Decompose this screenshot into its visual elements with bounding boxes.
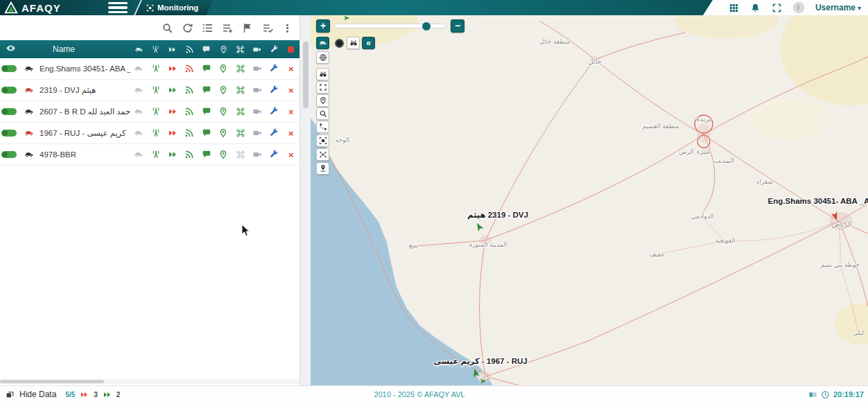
signal-status-icon[interactable] — [184, 128, 194, 138]
settings-wrench-icon[interactable] — [269, 85, 279, 95]
zoom-in-button[interactable]: + — [316, 19, 330, 33]
vehicle-row[interactable]: 2319 - DVJ هيثم × — [0, 80, 300, 101]
ignition-status-icon[interactable] — [134, 128, 144, 138]
search-icon[interactable] — [162, 22, 173, 34]
camera-icon[interactable] — [252, 128, 262, 138]
zoom-slider-track[interactable] — [334, 24, 446, 28]
network-status-icon[interactable] — [151, 64, 161, 73]
stop-column-icon[interactable] — [288, 46, 294, 53]
ignition-status-icon[interactable] — [134, 64, 144, 73]
forward-status-icon[interactable] — [168, 107, 177, 116]
list-check-icon[interactable] — [262, 22, 274, 34]
vehicle-row[interactable]: Eng.Shams 30451- ABA _ × — [0, 58, 300, 80]
visibility-toggle[interactable] — [1, 65, 17, 72]
network-status-icon[interactable] — [151, 150, 161, 159]
labels-toggle-button[interactable] — [347, 37, 360, 49]
remove-icon[interactable]: × — [288, 107, 294, 117]
traffic-layer-button[interactable] — [316, 37, 329, 49]
locate-icon[interactable] — [218, 64, 228, 73]
vehicle-marker-icon[interactable] — [471, 368, 481, 378]
vehicle-marker-icon[interactable] — [474, 222, 485, 232]
refresh-icon[interactable] — [182, 22, 193, 34]
messages-icon[interactable] — [202, 150, 211, 159]
signal-status-icon[interactable] — [184, 64, 194, 73]
cluster-button[interactable] — [316, 148, 329, 161]
forward-status-icon[interactable] — [168, 85, 177, 95]
signal-status-icon[interactable] — [184, 107, 194, 116]
tracking-button[interactable] — [316, 68, 329, 80]
signal-status-icon[interactable] — [184, 150, 194, 159]
hide-data-button[interactable]: Hide Data — [19, 390, 56, 399]
messages-column-icon[interactable] — [202, 45, 211, 54]
map-search-button[interactable] — [316, 107, 329, 120]
ignition-column-icon[interactable] — [134, 45, 144, 54]
camera-icon[interactable] — [252, 85, 262, 95]
visibility-toggle[interactable] — [1, 130, 17, 137]
route-button[interactable] — [316, 121, 329, 133]
engine-command-icon[interactable] — [236, 107, 245, 116]
network-status-icon[interactable] — [151, 85, 161, 95]
ignition-status-icon[interactable] — [134, 150, 144, 159]
network-status-icon[interactable] — [151, 128, 161, 138]
settings-column-icon[interactable] — [270, 45, 279, 54]
fit-bounds-button[interactable] — [316, 81, 329, 94]
settings-wrench-icon[interactable] — [269, 128, 279, 138]
camera-icon[interactable] — [252, 64, 262, 73]
hamburger-menu-icon[interactable] — [108, 2, 128, 13]
remove-icon[interactable]: × — [288, 85, 294, 96]
engine-command-icon[interactable] — [236, 85, 245, 95]
locate-icon[interactable] — [218, 150, 228, 159]
network-column-icon[interactable] — [151, 45, 160, 54]
engine-command-icon[interactable] — [236, 150, 245, 159]
vehicle-row[interactable]: 2607 - B R D أحمد العبد لله × — [0, 101, 300, 123]
locate-icon[interactable] — [218, 107, 228, 116]
locate-icon[interactable] — [218, 85, 228, 95]
add-to-list-icon[interactable] — [222, 22, 234, 34]
ignition-status-icon[interactable] — [134, 85, 144, 95]
geofence-button[interactable] — [316, 162, 329, 175]
basemap-globe-button[interactable] — [316, 51, 329, 64]
vertical-scrollbar[interactable] — [300, 15, 311, 385]
signal-status-icon[interactable] — [184, 85, 194, 95]
flag-icon[interactable] — [242, 22, 254, 34]
forward-status-icon[interactable] — [168, 128, 177, 138]
keyboard-layout-icon[interactable] — [808, 390, 817, 399]
remove-icon[interactable]: × — [288, 128, 294, 139]
vehicle-marker-icon[interactable] — [480, 378, 487, 385]
visibility-toggle[interactable] — [1, 108, 17, 115]
fullscreen-icon[interactable] — [772, 3, 782, 13]
select-area-button[interactable] — [316, 134, 329, 147]
messages-icon[interactable] — [202, 128, 211, 138]
settings-wrench-icon[interactable] — [269, 150, 279, 159]
visibility-toggle[interactable] — [1, 87, 17, 94]
zoom-out-button[interactable]: − — [451, 19, 465, 33]
horizontal-scrollbar[interactable] — [0, 379, 300, 384]
messages-icon[interactable] — [202, 85, 211, 95]
visibility-eye-icon[interactable] — [6, 43, 16, 53]
location-column-icon[interactable] — [219, 45, 228, 54]
signal-column-icon[interactable] — [185, 45, 194, 54]
map-canvas[interactable]: حائلمنطقة حائلمنطقة القصيمبريدةعنيزةالرس… — [311, 15, 868, 385]
user-avatar[interactable] — [793, 2, 804, 13]
messages-icon[interactable] — [202, 64, 211, 73]
locate-icon[interactable] — [218, 128, 228, 138]
notifications-bell-icon[interactable] — [750, 3, 761, 13]
visibility-toggle[interactable] — [1, 151, 17, 158]
engine-command-icon[interactable] — [236, 128, 245, 138]
add-marker-button[interactable] — [316, 94, 329, 107]
camera-icon[interactable] — [252, 150, 262, 159]
network-status-icon[interactable] — [151, 107, 161, 116]
apps-grid-icon[interactable] — [729, 3, 739, 13]
remove-icon[interactable]: × — [288, 150, 294, 160]
more-options-icon[interactable]: ⋮ — [282, 22, 293, 34]
vehicle-row[interactable]: 1967 - RUJ - كريم عيسى × — [0, 123, 300, 144]
vehicle-row[interactable]: 4978-BBR × — [0, 144, 300, 166]
list-icon[interactable] — [202, 22, 214, 34]
collapse-panel-button[interactable]: « — [362, 37, 375, 49]
engine-column-icon[interactable] — [236, 45, 245, 54]
forward-status-icon[interactable] — [168, 64, 177, 73]
map-style-toggle[interactable] — [333, 37, 346, 49]
settings-wrench-icon[interactable] — [269, 64, 279, 73]
forward-status-icon[interactable] — [168, 150, 177, 159]
remove-icon[interactable]: × — [288, 64, 294, 74]
